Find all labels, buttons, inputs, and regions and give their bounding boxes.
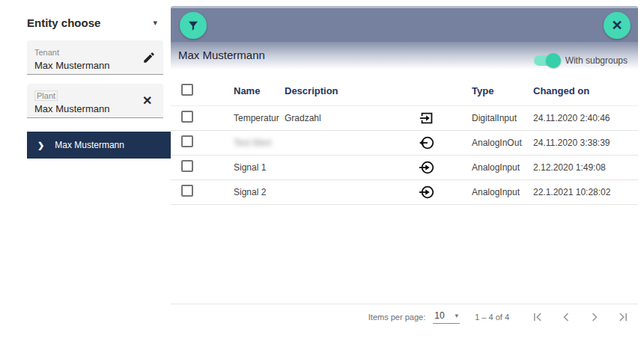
analog-inout-icon (382, 135, 472, 151)
plant-field[interactable]: Plant Max Mustermann ✕ (27, 84, 163, 118)
entity-sidebar: Entity choose ▾ Tenant Max Mustermann Pl… (0, 0, 171, 338)
close-panel-button[interactable]: ✕ (604, 12, 631, 39)
plant-field-label: Plant (34, 90, 58, 101)
sidebar-title: Entity choose (27, 16, 100, 29)
row-changed-on: 24.11.2020 3:38:39 (533, 138, 644, 148)
page-range-label: 1 – 4 of 4 (475, 313, 509, 322)
last-page-button[interactable] (613, 307, 634, 328)
table-row[interactable]: Signal 1 AnalogInput 2.12.2020 1:49:08 (171, 156, 638, 180)
row-name: Signal 1 (234, 162, 285, 173)
row-checkbox[interactable] (181, 185, 193, 197)
row-name-redacted: Test Wert (234, 138, 271, 148)
analog-input-icon (382, 159, 472, 176)
first-page-button[interactable] (527, 307, 548, 328)
select-all-checkbox[interactable] (181, 84, 193, 96)
panel-topbar: ✕ (171, 6, 638, 42)
tree-item-max-mustermann[interactable]: ❯ Max Mustermann (27, 132, 171, 159)
tenant-field[interactable]: Tenant Max Mustermann (27, 40, 163, 75)
analog-input-icon (382, 184, 472, 200)
previous-page-button[interactable] (556, 307, 577, 328)
plant-field-value: Max Mustermann (34, 103, 156, 114)
row-changed-on: 22.1.2021 10:28:02 (533, 187, 644, 197)
row-type: AnalogInOut (472, 138, 533, 148)
signals-table: Name Description Type Changed on Tempera… (171, 76, 638, 205)
sidebar-header: Entity choose ▾ (27, 16, 163, 29)
with-subgroups-label: With subgroups (565, 55, 628, 66)
dropdown-caret-icon: ▾ (455, 312, 459, 319)
row-type: AnalogInput (472, 187, 533, 197)
chevron-right-icon[interactable]: ❯ (37, 141, 44, 150)
table-row[interactable]: Test Wert AnalogInOut 24.11.2020 3:38:39 (171, 131, 638, 156)
row-description: Gradzahl (285, 113, 382, 123)
subgroups-toggle-row: With subgroups (534, 55, 628, 66)
close-icon: ✕ (611, 19, 622, 32)
paginator: Items per page: 10 ▾ 1 – 4 of 4 (171, 304, 638, 329)
row-changed-on: 24.11.2020 2:40:46 (533, 113, 644, 123)
clear-x-icon[interactable]: ✕ (142, 94, 156, 108)
items-per-page-select[interactable]: 10 ▾ (433, 310, 460, 324)
header-type[interactable]: Type (472, 85, 533, 96)
collapse-caret-icon[interactable]: ▾ (153, 18, 163, 28)
row-type: DigitalInput (472, 113, 533, 123)
header-name[interactable]: Name (234, 85, 285, 96)
tree-item-label: Max Mustermann (55, 140, 124, 150)
tenant-field-value: Max Mustermann (34, 60, 156, 71)
table-header-row: Name Description Type Changed on (171, 76, 638, 106)
table-row[interactable]: Signal 2 AnalogInput 22.1.2021 10:28:02 (171, 180, 638, 205)
with-subgroups-toggle[interactable] (534, 55, 559, 66)
row-type: AnalogInput (472, 162, 533, 173)
digital-input-icon (382, 110, 472, 126)
edit-pencil-icon[interactable] (142, 51, 156, 64)
row-name: Signal 2 (234, 187, 285, 197)
panel-title: Max Mustermann (178, 49, 265, 61)
row-checkbox[interactable] (181, 111, 193, 123)
filter-button[interactable] (180, 12, 207, 39)
row-name: Temperatur (234, 113, 285, 123)
header-changed-on[interactable]: Changed on (533, 85, 644, 96)
entity-detail-panel: ✕ Max Mustermann With subgroups Name Des… (171, 6, 638, 338)
tenant-field-label: Tenant (34, 48, 59, 57)
row-changed-on: 2.12.2020 1:49:08 (533, 162, 644, 173)
header-description[interactable]: Description (285, 85, 382, 96)
items-per-page-label: Items per page: (368, 313, 425, 322)
next-page-button[interactable] (584, 307, 605, 328)
items-per-page-value: 10 (434, 310, 444, 321)
toggle-knob[interactable] (546, 53, 561, 68)
table-row[interactable]: Temperatur Gradzahl DigitalInput 24.11.2… (171, 106, 638, 131)
row-checkbox[interactable] (181, 160, 193, 172)
row-checkbox[interactable] (181, 135, 193, 147)
funnel-icon (186, 19, 200, 32)
